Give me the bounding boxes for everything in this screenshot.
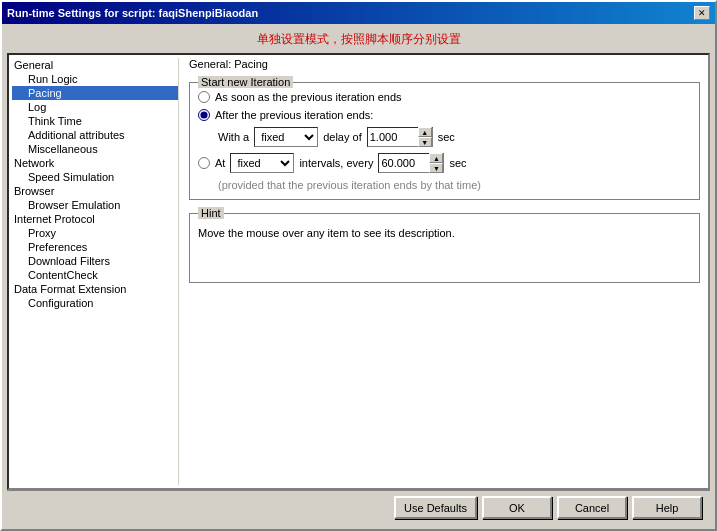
intervals-label: intervals, every bbox=[299, 157, 373, 169]
intervals-spin-up[interactable]: ▲ bbox=[429, 153, 443, 163]
sidebar-item-speed-simulation[interactable]: Speed Simulation bbox=[12, 170, 178, 184]
intervals-spin-arrows: ▲ ▼ bbox=[429, 153, 443, 173]
radio-row-2: After the previous iteration ends: bbox=[198, 109, 691, 121]
radio-as-soon-label: As soon as the previous iteration ends bbox=[215, 91, 402, 103]
sidebar-item-configuration[interactable]: Configuration bbox=[12, 296, 178, 310]
delay-spinbox: ▲ ▼ bbox=[367, 127, 433, 147]
title-bar-controls: ✕ bbox=[694, 6, 710, 20]
window-body: 单独设置模式，按照脚本顺序分别设置 General Run Logic Paci… bbox=[2, 24, 715, 529]
provided-text: (provided that the previous iteration en… bbox=[218, 179, 481, 191]
with-a-label: With a bbox=[218, 131, 249, 143]
main-window: Run-time Settings for script: faqiShenpi… bbox=[0, 0, 717, 531]
start-iteration-group: Start new Iteration As soon as the previ… bbox=[189, 82, 700, 200]
fixed-select[interactable]: fixed random bbox=[254, 127, 318, 147]
radio-after-previous[interactable] bbox=[198, 109, 210, 121]
ok-button[interactable]: OK bbox=[482, 496, 552, 519]
radio-after-previous-label: After the previous iteration ends: bbox=[215, 109, 373, 121]
intervals-value-input[interactable] bbox=[379, 154, 429, 172]
close-button[interactable]: ✕ bbox=[694, 6, 710, 20]
sidebar-item-run-logic[interactable]: Run Logic bbox=[12, 72, 178, 86]
intervals-spinbox: ▲ ▼ bbox=[378, 153, 444, 173]
sidebar-item-network[interactable]: Network bbox=[12, 156, 178, 170]
start-iteration-title: Start new Iteration bbox=[198, 76, 293, 88]
intervals-spin-down[interactable]: ▼ bbox=[429, 163, 443, 173]
help-button[interactable]: Help bbox=[632, 496, 702, 519]
radio-row-1: As soon as the previous iteration ends bbox=[198, 91, 691, 103]
sidebar-item-miscellaneous[interactable]: Miscellaneous bbox=[12, 142, 178, 156]
panel-title: General: Pacing bbox=[189, 58, 700, 72]
sidebar-item-pacing[interactable]: Pacing bbox=[12, 86, 178, 100]
sidebar-item-contentcheck[interactable]: ContentCheck bbox=[12, 268, 178, 282]
radio-as-soon[interactable] bbox=[198, 91, 210, 103]
use-defaults-button[interactable]: Use Defaults bbox=[394, 496, 477, 519]
sidebar: General Run Logic Pacing Log Think Time … bbox=[12, 58, 179, 485]
at-label: At bbox=[215, 157, 225, 169]
delay-of-label: delay of bbox=[323, 131, 362, 143]
hint-group: Hint Move the mouse over any item to see… bbox=[189, 213, 700, 283]
content-area: General Run Logic Pacing Log Think Time … bbox=[7, 53, 710, 490]
window-title: Run-time Settings for script: faqiShenpi… bbox=[7, 7, 258, 19]
sidebar-item-log[interactable]: Log bbox=[12, 100, 178, 114]
sidebar-item-data-format-extension[interactable]: Data Format Extension bbox=[12, 282, 178, 296]
sidebar-item-preferences[interactable]: Preferences bbox=[12, 240, 178, 254]
radio-at-intervals[interactable] bbox=[198, 157, 210, 169]
button-bar: Use Defaults OK Cancel Help bbox=[7, 490, 710, 524]
sidebar-item-think-time[interactable]: Think Time bbox=[12, 114, 178, 128]
sidebar-item-proxy[interactable]: Proxy bbox=[12, 226, 178, 240]
sidebar-item-download-filters[interactable]: Download Filters bbox=[12, 254, 178, 268]
delay-spin-down[interactable]: ▼ bbox=[418, 137, 432, 147]
delay-spin-up[interactable]: ▲ bbox=[418, 127, 432, 137]
hint-title: Hint bbox=[198, 207, 224, 219]
delay-row: With a fixed random delay of ▲ ▼ bbox=[218, 127, 691, 147]
sidebar-item-general[interactable]: General bbox=[12, 58, 178, 72]
at-select[interactable]: fixed random bbox=[230, 153, 294, 173]
sidebar-item-browser-emulation[interactable]: Browser Emulation bbox=[12, 198, 178, 212]
intervals-sec-label: sec bbox=[449, 157, 466, 169]
cancel-button[interactable]: Cancel bbox=[557, 496, 627, 519]
main-panel: General: Pacing Start new Iteration As s… bbox=[184, 58, 705, 485]
chinese-annotation: 单独设置模式，按照脚本顺序分别设置 bbox=[7, 29, 710, 53]
delay-value-input[interactable] bbox=[368, 128, 418, 146]
radio-row-3: At fixed random intervals, every ▲ ▼ bbox=[198, 153, 691, 173]
sidebar-item-internet-protocol[interactable]: Internet Protocol bbox=[12, 212, 178, 226]
sidebar-item-browser[interactable]: Browser bbox=[12, 184, 178, 198]
hint-text: Move the mouse over any item to see its … bbox=[198, 222, 691, 239]
sidebar-item-additional-attributes[interactable]: Additional attributes bbox=[12, 128, 178, 142]
delay-spin-arrows: ▲ ▼ bbox=[418, 127, 432, 147]
title-bar: Run-time Settings for script: faqiShenpi… bbox=[2, 2, 715, 24]
delay-sec-label: sec bbox=[438, 131, 455, 143]
